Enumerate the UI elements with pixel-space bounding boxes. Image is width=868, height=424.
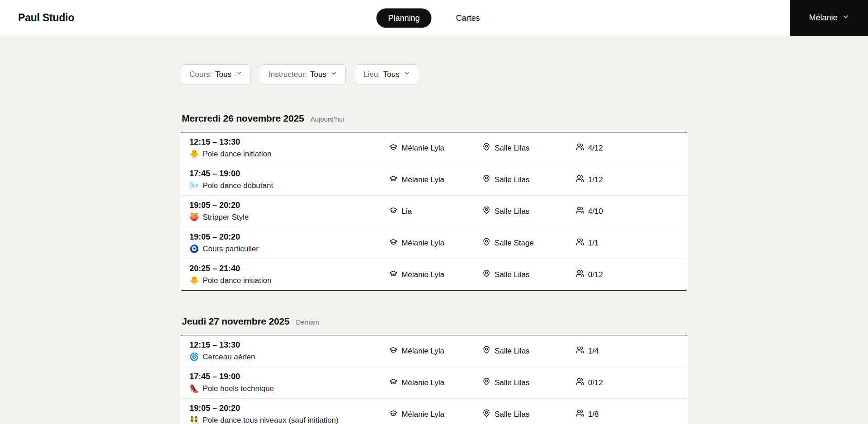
course-cell: 19:05 – 20:20 👯 Pole dance tous niveaux …: [189, 404, 389, 424]
instructor-name: Mélanie Lyla: [401, 144, 444, 153]
filter-lieu-label: Lieu:: [363, 70, 380, 79]
graduation-cap-icon: [389, 143, 397, 153]
capacity-value: 1/4: [588, 347, 599, 356]
filter-cours[interactable]: Cours: Tous: [181, 64, 251, 85]
day-section: Mercredi 26 novembre 2025 Aujourd’hui 12…: [181, 113, 687, 291]
capacity-value: 0/12: [588, 378, 603, 387]
tab-planning[interactable]: Planning: [376, 8, 431, 28]
capacity-cell: 0/12: [576, 377, 687, 388]
room-name: Salle Lilas: [495, 270, 530, 279]
session-list: 12:15 – 13:30 🌀 Cerceau aérien Mélanie L…: [181, 335, 687, 424]
graduation-cap-icon: [389, 238, 397, 248]
tab-cartes[interactable]: Cartes: [444, 8, 492, 28]
course-name: Stripper Style: [203, 213, 249, 222]
capacity-value: 4/12: [588, 144, 603, 153]
course-emoji-icon: 🐥: [189, 149, 199, 159]
course-line: 👯 Pole dance tous niveaux (sauf initiati…: [189, 415, 389, 424]
user-menu-button[interactable]: Mélanie: [790, 0, 868, 36]
map-pin-icon: [482, 377, 491, 388]
capacity-cell: 4/12: [576, 143, 687, 153]
filter-instructeur[interactable]: Instructeur: Tous: [260, 64, 346, 85]
course-emoji-icon: 🍑: [189, 212, 199, 222]
course-cell: 20:25 – 21:40 🐥 Pole dance initiation: [189, 264, 389, 285]
instructor-name: Mélanie Lyla: [401, 378, 444, 387]
session-row[interactable]: 12:15 – 13:30 🌀 Cerceau aérien Mélanie L…: [181, 335, 687, 367]
instructor-name: Mélanie Lyla: [401, 239, 444, 248]
room-name: Salle Lilas: [495, 175, 530, 184]
session-row[interactable]: 19:05 – 20:20 🧿 Cours particulier Mélani…: [181, 227, 687, 259]
course-cell: 12:15 – 13:30 🐥 Pole dance initiation: [189, 137, 389, 159]
map-pin-icon: [482, 174, 491, 185]
room-name: Salle Lilas: [495, 347, 530, 356]
users-icon: [576, 346, 584, 356]
course-name: Pole dance initiation: [203, 150, 271, 159]
users-icon: [576, 269, 584, 280]
session-row[interactable]: 19:05 – 20:20 🍑 Stripper Style Lia Salle…: [181, 195, 687, 227]
course-line: 👠 Pole heels technique: [189, 384, 389, 393]
filter-lieu[interactable]: Lieu: Tous: [355, 64, 419, 85]
room-name: Salle Lilas: [495, 410, 530, 419]
room-name: Salle Lilas: [495, 144, 530, 153]
session-time: 19:05 – 20:20: [189, 404, 389, 413]
map-pin-icon: [482, 409, 491, 419]
capacity-cell: 1/8: [576, 409, 687, 419]
course-cell: 12:15 – 13:30 🌀 Cerceau aérien: [189, 340, 389, 362]
instructor-cell: Mélanie Lyla: [389, 174, 482, 185]
instructor-cell: Lia: [389, 206, 482, 217]
course-emoji-icon: 🐥: [189, 276, 199, 285]
course-name: Pole dance débutant: [203, 181, 273, 190]
graduation-cap-icon: [389, 206, 397, 217]
course-emoji-icon: 🧿: [189, 244, 199, 254]
session-row[interactable]: 19:05 – 20:20 👯 Pole dance tous niveaux …: [181, 398, 687, 424]
users-icon: [576, 409, 584, 419]
course-cell: 19:05 – 20:20 🧿 Cours particulier: [189, 232, 389, 254]
course-line: 🍑 Stripper Style: [189, 212, 389, 222]
room-cell: Salle Lilas: [482, 174, 576, 185]
instructor-cell: Mélanie Lyla: [389, 143, 482, 153]
capacity-cell: 4/10: [576, 206, 687, 217]
chevron-down-icon: [842, 13, 849, 23]
user-name: Mélanie: [809, 13, 837, 23]
filter-cours-value: Tous: [215, 70, 231, 79]
filter-cours-label: Cours:: [189, 70, 212, 79]
day-title: Jeudi 27 novembre 2025: [182, 316, 289, 327]
session-row[interactable]: 20:25 – 21:40 🐥 Pole dance initiation Mé…: [181, 259, 687, 290]
session-time: 12:15 – 13:30: [189, 340, 389, 350]
graduation-cap-icon: [389, 346, 397, 356]
session-list: 12:15 – 13:30 🐥 Pole dance initiation Mé…: [181, 132, 687, 291]
room-name: Salle Lilas: [495, 207, 530, 216]
course-emoji-icon: 🌀: [189, 352, 199, 362]
planning-page: Cours: Tous Instructeur: Tous Lieu: Tous…: [181, 36, 687, 424]
course-line: 🌬️ Pole dance débutant: [189, 181, 389, 190]
graduation-cap-icon: [389, 174, 397, 185]
session-time: 17:45 – 19:00: [189, 372, 389, 382]
day-header: Mercredi 26 novembre 2025 Aujourd’hui: [181, 113, 687, 124]
schedule: Mercredi 26 novembre 2025 Aujourd’hui 12…: [181, 113, 687, 424]
room-cell: Salle Lilas: [482, 409, 576, 419]
session-row[interactable]: 17:45 – 19:00 🌬️ Pole dance débutant Mél…: [181, 164, 687, 195]
capacity-value: 1/12: [588, 175, 603, 184]
capacity-cell: 1/4: [576, 346, 687, 356]
brand-logo[interactable]: Paul Studio: [18, 12, 74, 24]
day-badge: Demain: [296, 318, 319, 326]
instructor-name: Lia: [401, 207, 412, 216]
course-cell: 17:45 – 19:00 👠 Pole heels technique: [189, 372, 389, 393]
map-pin-icon: [482, 346, 491, 356]
session-row[interactable]: 17:45 – 19:00 👠 Pole heels technique Mél…: [181, 367, 687, 398]
course-name: Cerceau aérien: [203, 353, 255, 362]
room-cell: Salle Lilas: [482, 269, 576, 280]
filter-lieu-value: Tous: [383, 70, 400, 79]
filter-instructeur-label: Instructeur:: [269, 70, 307, 79]
capacity-value: 4/10: [588, 207, 603, 216]
top-navbar: Paul Studio Planning Cartes Mélanie: [0, 0, 868, 36]
users-icon: [576, 174, 584, 185]
instructor-cell: Mélanie Lyla: [389, 409, 482, 419]
session-row[interactable]: 12:15 – 13:30 🐥 Pole dance initiation Mé…: [181, 132, 687, 164]
room-cell: Salle Lilas: [482, 346, 576, 356]
users-icon: [576, 238, 584, 248]
chevron-down-icon: [330, 70, 337, 79]
course-name: Pole dance tous niveaux (sauf initiation…: [203, 416, 339, 424]
graduation-cap-icon: [389, 409, 397, 419]
chevron-down-icon: [235, 70, 242, 79]
map-pin-icon: [482, 238, 491, 248]
